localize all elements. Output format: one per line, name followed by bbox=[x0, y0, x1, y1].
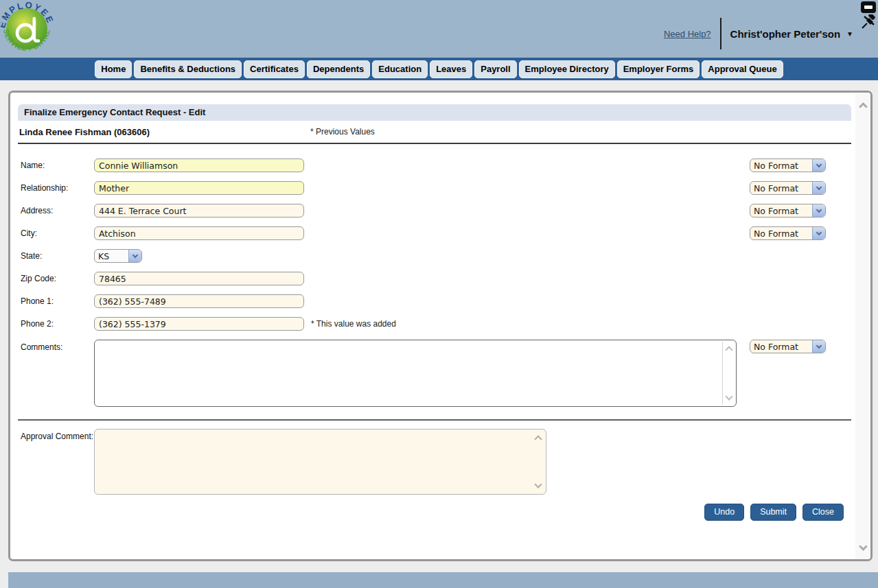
name-format-select[interactable]: No Format bbox=[750, 158, 826, 172]
unpin-icon[interactable] bbox=[861, 14, 876, 31]
footer-bar bbox=[8, 572, 878, 588]
value-added-note: * This value was added bbox=[311, 319, 396, 329]
chevron-down-icon: ▼ bbox=[846, 30, 853, 38]
emergency-contact-form: Name: No Format Relationship: No Format bbox=[18, 144, 851, 407]
panel-scrollbar[interactable] bbox=[855, 93, 870, 559]
phone1-label: Phone 1: bbox=[18, 296, 94, 306]
phone2-row: Phone 2: * This value was added bbox=[18, 317, 851, 331]
city-format-value: No Format bbox=[750, 227, 812, 239]
approval-textarea-wrap bbox=[94, 429, 546, 495]
name-format-value: No Format bbox=[750, 159, 812, 172]
comments-scrollbar[interactable] bbox=[722, 342, 735, 405]
address-format-select[interactable]: No Format bbox=[750, 204, 826, 217]
user-name-label: Christ'opher Peter'son bbox=[730, 28, 841, 40]
zip-label: Zip Code: bbox=[18, 274, 94, 283]
chevron-down-icon bbox=[812, 159, 825, 172]
city-label: City: bbox=[18, 228, 94, 238]
tab-employee-directory[interactable]: Employee Directory bbox=[519, 60, 615, 78]
comments-format-select[interactable]: No Format bbox=[750, 340, 826, 353]
address-format-value: No Format bbox=[750, 204, 812, 217]
approval-comment-textarea[interactable] bbox=[95, 430, 546, 494]
approval-scrollbar[interactable] bbox=[532, 431, 544, 493]
chevron-down-icon bbox=[812, 182, 825, 194]
employee-service-portal-logo-icon: EMPLOYEE SERVICE PORTAL bbox=[1, 0, 54, 56]
scroll-down-icon[interactable] bbox=[859, 542, 868, 551]
phone2-field[interactable] bbox=[94, 317, 304, 331]
tab-education[interactable]: Education bbox=[372, 60, 428, 78]
app-header: EMPLOYEE SERVICE PORTAL Need Help? Chris… bbox=[0, 0, 878, 58]
submit-button[interactable]: Submit bbox=[750, 504, 796, 521]
employee-header: Linda Renee Fishman (063606) * Previous … bbox=[18, 121, 851, 143]
employee-name: Linda Renee Fishman (063606) bbox=[18, 127, 150, 137]
comments-textarea[interactable] bbox=[95, 340, 736, 406]
city-field[interactable] bbox=[94, 226, 304, 240]
phone1-row: Phone 1: bbox=[18, 294, 851, 308]
header-divider bbox=[720, 18, 721, 49]
approval-comment-label: Approval Comment: bbox=[18, 429, 94, 441]
relationship-field[interactable] bbox=[94, 181, 304, 195]
state-row: State: KS bbox=[18, 249, 851, 263]
tab-dependents[interactable]: Dependents bbox=[307, 60, 370, 78]
tab-payroll[interactable]: Payroll bbox=[474, 60, 516, 78]
phone1-field[interactable] bbox=[94, 294, 304, 308]
scroll-up-icon[interactable] bbox=[534, 435, 542, 443]
address-field[interactable] bbox=[94, 204, 304, 217]
city-row: City: No Format bbox=[18, 226, 851, 240]
phone2-label: Phone 2: bbox=[18, 319, 94, 329]
comments-row: Comments: No Format bbox=[18, 340, 851, 407]
need-help-link[interactable]: Need Help? bbox=[664, 29, 711, 39]
request-panel: Finalize Emergency Contact Request - Edi… bbox=[8, 91, 873, 561]
page-title: Finalize Emergency Contact Request - Edi… bbox=[18, 104, 851, 121]
tab-approval-queue[interactable]: Approval Queue bbox=[702, 60, 783, 78]
name-field[interactable] bbox=[94, 158, 304, 172]
main-nav: Home Benefits & Deductions Certificates … bbox=[0, 58, 878, 80]
chevron-down-icon bbox=[128, 250, 141, 262]
tab-leaves[interactable]: Leaves bbox=[430, 60, 472, 78]
action-buttons: Undo Submit Close bbox=[18, 504, 844, 521]
chevron-down-icon bbox=[812, 204, 825, 217]
content-area: Finalize Emergency Contact Request - Edi… bbox=[0, 80, 878, 588]
close-button[interactable]: Close bbox=[802, 504, 844, 521]
previous-values-note: * Previous Values bbox=[310, 121, 375, 143]
approval-divider bbox=[18, 419, 851, 421]
name-label: Name: bbox=[18, 161, 94, 170]
state-select-value: KS bbox=[95, 250, 128, 262]
minimize-icon[interactable] bbox=[861, 1, 876, 13]
zip-field[interactable] bbox=[94, 272, 304, 285]
address-row: Address: No Format bbox=[18, 204, 851, 217]
comments-label: Comments: bbox=[18, 340, 94, 352]
address-label: Address: bbox=[18, 206, 94, 215]
relationship-format-select[interactable]: No Format bbox=[750, 181, 826, 195]
comments-format-value: No Format bbox=[750, 340, 812, 353]
tab-home[interactable]: Home bbox=[95, 60, 132, 78]
relationship-format-value: No Format bbox=[750, 182, 812, 194]
scroll-down-icon[interactable] bbox=[534, 480, 542, 488]
user-menu[interactable]: Christ'opher Peter'son ▼ bbox=[730, 28, 853, 40]
tab-benefits-deductions[interactable]: Benefits & Deductions bbox=[134, 60, 242, 78]
state-select[interactable]: KS bbox=[94, 249, 142, 263]
undo-button[interactable]: Undo bbox=[704, 504, 744, 521]
chevron-down-icon bbox=[812, 227, 825, 239]
scroll-down-icon[interactable] bbox=[725, 392, 732, 400]
approval-comment-row: Approval Comment: bbox=[18, 429, 851, 495]
state-label: State: bbox=[18, 251, 94, 261]
tab-certificates[interactable]: Certificates bbox=[244, 60, 305, 78]
comments-textarea-wrap bbox=[94, 340, 737, 407]
scroll-up-icon[interactable] bbox=[859, 102, 868, 111]
zip-row: Zip Code: bbox=[18, 272, 851, 285]
tab-employer-forms[interactable]: Employer Forms bbox=[617, 60, 700, 78]
scroll-up-icon[interactable] bbox=[725, 346, 732, 353]
city-format-select[interactable]: No Format bbox=[750, 226, 826, 240]
name-row: Name: No Format bbox=[18, 158, 851, 172]
app-logo: EMPLOYEE SERVICE PORTAL bbox=[1, 0, 54, 59]
chevron-down-icon bbox=[812, 340, 825, 353]
relationship-row: Relationship: No Format bbox=[18, 181, 851, 195]
relationship-label: Relationship: bbox=[18, 183, 94, 193]
